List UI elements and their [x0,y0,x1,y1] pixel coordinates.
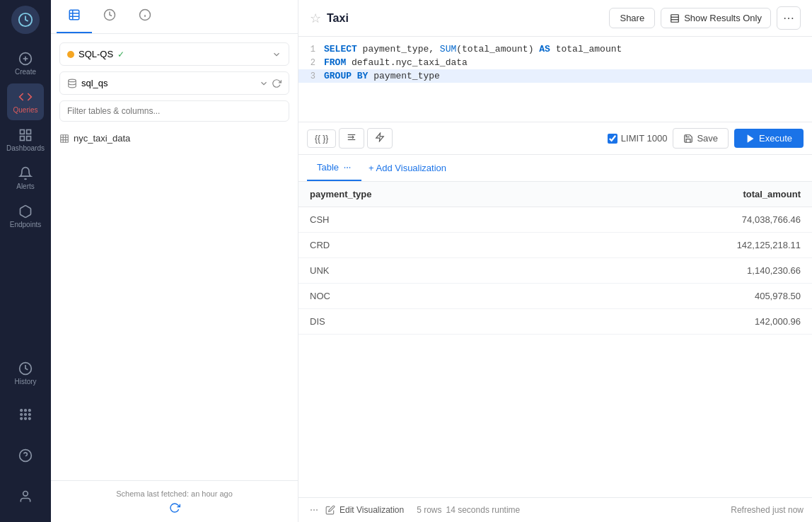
sidebar-item-create[interactable]: Create [7,45,44,82]
svg-rect-35 [671,14,679,22]
table-tab-more-icon[interactable] [343,163,352,172]
tab-history[interactable] [92,0,127,33]
svg-marker-41 [376,133,384,141]
main-area: ☆ Taxi Share Show Results Only ⋯ 1 SELEC… [298,0,812,522]
cell-total-amount: 142,125,218.11 [552,233,812,258]
svg-rect-7 [27,137,31,141]
data-table: payment_type total_amount CSH74,038,766.… [298,182,812,335]
svg-point-16 [25,418,27,420]
code-editor[interactable]: 1 SELECT payment_type, SUM(total_amount)… [298,37,812,122]
svg-point-13 [25,414,27,416]
table-row: DIS142,000.96 [298,309,812,335]
svg-point-15 [21,418,23,420]
save-icon [683,134,693,144]
status-more-button[interactable]: ⋯ [307,504,321,516]
table-item-nyc_taxi_data[interactable]: nyc_taxi_data [51,127,298,149]
database-icon [67,79,77,88]
refreshed-time: Refreshed just now [731,505,804,515]
limit-checkbox[interactable] [608,134,617,144]
more-options-button[interactable]: ⋯ [777,6,801,30]
format-button[interactable]: {{ }} [307,129,336,148]
svg-point-14 [29,414,31,416]
results-table[interactable]: payment_type total_amount CSH74,038,766.… [298,182,812,497]
add-visualization-button[interactable]: + Add Visualization [361,157,453,179]
sidebar-item-help[interactable] [7,437,44,474]
sidebar-item-account[interactable] [7,478,44,515]
svg-rect-21 [69,10,79,20]
save-button[interactable]: Save [673,128,729,149]
svg-rect-5 [27,130,31,134]
limit-checkbox-label[interactable]: LIMIT 1000 [608,133,668,144]
sidebar-bottom-section: History [7,355,44,516]
schema-chevron-icon [259,79,269,88]
tab-schema[interactable] [57,0,92,33]
tab-table[interactable]: Table [307,155,361,181]
cell-payment-type: DIS [298,309,552,335]
sidebar-item-apps[interactable] [7,396,44,433]
edit-visualization-icon [325,505,335,515]
sidebar-item-endpoints[interactable]: Endpoints [7,198,44,235]
refresh-schema-button[interactable] [59,502,289,514]
cell-total-amount: 142,000.96 [552,309,812,335]
cell-payment-type: CRD [298,233,552,258]
sidebar-item-history[interactable]: History [7,355,44,392]
chevron-down-icon [272,50,282,59]
svg-point-12 [21,414,23,416]
cell-payment-type: NOC [298,284,552,309]
code-line-2: 2 FROM default.nyc_taxi_data [298,56,812,69]
svg-point-44 [349,167,350,168]
indent-button[interactable] [339,128,364,149]
schema-name: sql_qs [81,78,108,88]
table-name: nyc_taxi_data [74,133,130,144]
auto-complete-button[interactable] [367,128,393,149]
code-line-3: 3 GROUP BY payment_type [298,69,812,83]
lightning-icon [375,132,385,142]
svg-rect-30 [61,134,69,142]
cell-payment-type: CSH [298,207,552,233]
show-results-button[interactable]: Show Results Only [661,8,771,28]
col-header-payment-type: payment_type [298,182,552,207]
datasource-name: SQL-QS [79,49,113,59]
execute-button[interactable]: Execute [734,129,804,148]
cell-payment-type: UNK [298,258,552,284]
datasource-connected-icon: ✓ [117,50,124,59]
svg-point-29 [69,79,76,82]
svg-point-10 [25,410,27,412]
results-area: Table + Add Visualization payment_type t… [298,155,812,522]
sidebar-item-queries[interactable]: Queries [7,83,44,120]
schema-refresh-icon[interactable] [272,79,282,88]
svg-marker-42 [748,134,753,142]
share-button[interactable]: Share [609,8,655,28]
sidebar: Create Queries Dashboards Alerts Endpoin… [0,0,51,522]
svg-point-43 [347,167,348,168]
topbar: ☆ Taxi Share Show Results Only ⋯ [298,0,812,37]
svg-point-11 [29,410,31,412]
sidebar-item-dashboards[interactable]: Dashboards [7,122,44,158]
execute-play-icon [746,134,755,144]
editor-toolbar: {{ }} LIMIT 1000 [298,122,812,154]
table-icon [59,134,69,144]
svg-point-45 [344,167,345,168]
status-bar: ⋯ Edit Visualization 5 rows 14 seconds r… [298,497,812,522]
datasource-selector[interactable]: SQL-QS ✓ [59,42,289,66]
cell-total-amount: 405,978.50 [552,284,812,309]
schema-selector[interactable]: sql_qs [59,71,289,95]
cell-total-amount: 74,038,766.46 [552,207,812,233]
table-row: NOC405,978.50 [298,284,812,309]
edit-visualization-label[interactable]: Edit Visualization [340,505,404,515]
runtime: 14 seconds runtime [446,505,521,515]
panel-tabs [51,0,298,34]
filter-tables-input[interactable] [59,100,289,122]
app-logo[interactable] [11,6,40,34]
datasource-status-dot [67,51,74,58]
schema-footer: Schema last fetched: an hour ago [51,480,298,522]
svg-rect-4 [21,130,25,134]
limit-label: LIMIT 1000 [621,133,668,144]
tab-info[interactable] [127,0,163,33]
svg-rect-6 [21,137,25,141]
sidebar-item-alerts[interactable]: Alerts [7,160,44,197]
star-icon[interactable]: ☆ [310,11,321,26]
svg-point-17 [29,418,31,420]
page-title: Taxi [327,12,349,25]
results-tabs: Table + Add Visualization [298,155,812,182]
